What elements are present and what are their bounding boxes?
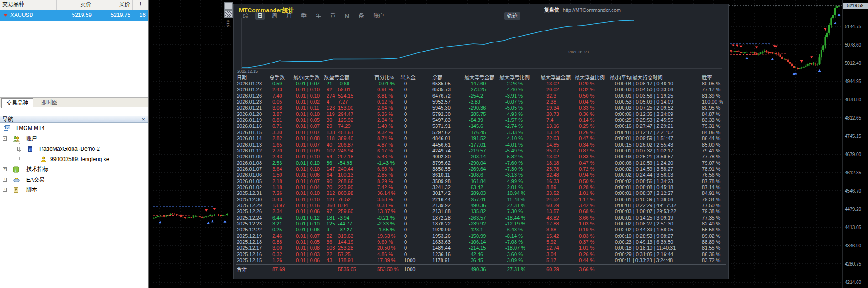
candle-up [834,8,836,15]
table-cell: 1.01 % [579,245,594,251]
table-cell: 9 [327,227,329,233]
table-cell: 0.01 | 0.06 [296,209,320,215]
sidebar-item-2[interactable]: -TradeMaxGlobal-Demo-2 [0,145,149,154]
table-cell: 2026.01.21 [237,105,262,111]
candle-up [213,215,215,215]
table-cell: 2.53 [272,160,282,166]
table-cell: 0 [404,160,407,166]
col-ask[interactable]: 买价 [94,0,133,10]
table-cell: 3610.11 [432,172,450,178]
table-cell: 2.18 [272,178,282,184]
table-cell: 0.38 % [377,203,393,209]
table-cell: -3.33 % [505,130,523,136]
symbol-row-xauusd[interactable]: XAUUSD 5219.59 5219.75 16 [0,10,148,21]
table-cell: -7.30 % [505,209,523,215]
sidebar-item-0[interactable]: TMGM MT4 [0,124,149,133]
total-cell: 合计 [237,267,247,272]
candle-down [815,64,816,64]
table-cell: -177.01 [469,142,486,148]
candle-up [758,54,759,55]
table-cell: 1.50 [272,172,282,178]
table-cell: 12.74 [546,245,559,251]
candle-down [771,52,773,53]
candle-up [192,217,194,218]
table-cell: 0.26 % [579,251,594,257]
table-cell: -4.99 % [505,178,523,184]
buy-arrow-marker [745,57,748,59]
table-cell: -0.21 % [377,215,395,221]
market-watch-panel: 交易品种 卖价 买价 ! XAUUSD 5219.59 5219.75 16 交… [0,0,149,288]
table-cell: 2026.01.23 [237,99,262,105]
table-cell: 83.72 % [702,257,720,263]
table-cell: 5297.62 [432,130,451,136]
candle-down [748,52,750,52]
bid-value: 5219.59 [57,10,94,21]
table-cell: 86.44 % [702,136,720,141]
candle-down [780,54,781,57]
sidebar-item-5[interactable]: +EA交易 [0,176,149,185]
buy-arrow-marker [795,73,797,75]
col-spread[interactable]: ! [133,0,149,10]
table-cell: 54 [327,154,332,160]
table-cell: 268.66 [338,178,353,184]
tree-item-label: TradeMaxGlobal-Demo-2 [38,145,100,153]
table-cell: 7.4 [546,117,553,123]
price-axis-label: 4280.75 [845,262,861,267]
table-cell: 1489.44 [432,245,451,251]
table-cell: 0.01 | 0.06 [296,257,320,263]
table-cell: 0.01 | 0.10 [296,190,320,196]
table-cell: 1.26 [272,257,282,263]
col-symbol[interactable]: 交易品种 [0,0,57,10]
table-cell: 55.56 % [702,227,720,233]
table-cell: 6476.72 [432,93,451,99]
table-cell: -5.32 % [505,154,523,160]
navigator-close-icon[interactable]: × [140,116,146,123]
table-cell: 3.43 [272,197,282,203]
table-cell: -150.99 [469,233,486,239]
price-down-arrow-icon [3,14,8,17]
table-cell: 2.64 % [377,105,393,111]
table-cell: 2139.92 [432,203,451,209]
price-axis-label: 5078.60 [845,42,861,47]
candle-down [768,52,769,53]
chart-pattern-button[interactable] [224,10,233,18]
table-cell: 2025.12.17 [237,245,262,251]
table-cell: 79.31 % [702,123,720,129]
table-cell: 86.36 % [702,251,720,257]
candle-down [797,68,799,69]
tab-symbols[interactable]: 交易品种 [1,98,33,108]
tab-tick-chart[interactable]: 即时图 [36,98,62,107]
sidebar-item-6[interactable]: +脚本 [0,186,149,195]
table-cell: 2.85 % [377,172,393,178]
table-cell: 13.97 [272,203,285,209]
table-cell: -285.75 [469,111,486,117]
candle-up [205,216,207,217]
buy-arrow-marker [838,13,841,16]
chart-side-label: 515 [226,20,230,27]
table-cell: 0:00:10 | 0:28:53 | 9:08:27 [615,233,673,239]
sidebar-item-1[interactable]: -账户 [0,135,149,144]
sidebar-item-3[interactable]: 990003589: tengteng ke [0,155,149,164]
table-cell: 77.35 % [702,215,720,221]
table-cell: 3.87 [272,111,282,117]
table-cell: 13.02 [546,81,559,87]
candle-up [803,67,805,68]
table-cell: 0.91 % [377,87,393,93]
table-cell: -12.19 % [505,221,525,227]
price-axis-label: 4612.85 [845,170,861,175]
table-cell: 0:00:02 | 0:14:59 | 3:58:27 [615,166,673,172]
chart-minimize-button[interactable]: — [224,2,233,10]
table-cell: 1.03 % [579,221,594,227]
candle-up [821,50,822,57]
table-cell: 0.01 | 0.10 [296,87,320,93]
table-cell: 0 [404,105,407,111]
table-cell: 16.33 [546,178,559,184]
table-cell: 2026.01.07 [237,166,262,172]
sidebar-item-4[interactable]: +f技术指标 [0,165,149,174]
table-cell: 153.00 [338,105,353,111]
table-cell: 36.14 % [377,190,395,196]
navigator-header: 导航 × [0,116,148,123]
col-bid[interactable]: 卖价 [57,0,94,10]
table-header-6: 出入金 [400,75,416,81]
current-price-box: 5219.59 [843,3,868,9]
